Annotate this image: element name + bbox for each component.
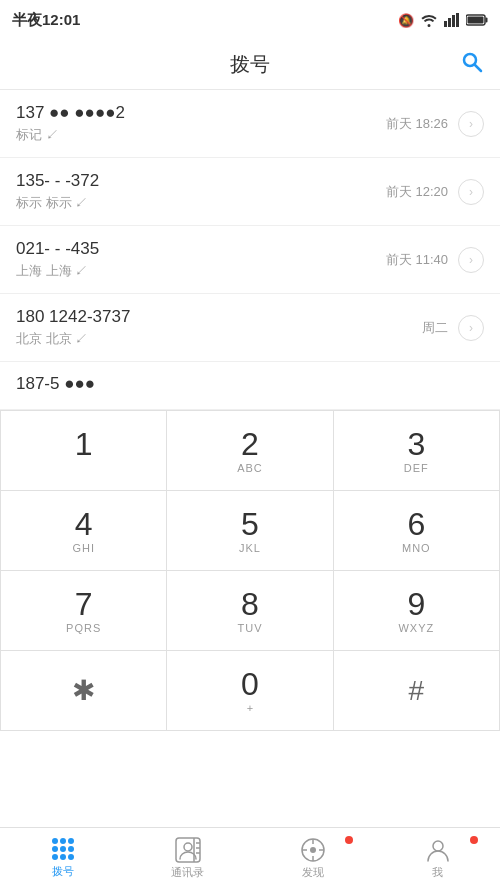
call-number: 180 1242-3737 [16, 307, 422, 327]
dialpad-key-9[interactable]: 9 WXYZ [334, 571, 500, 651]
call-item-partial[interactable]: 187-5 ●●● [0, 362, 500, 410]
mute-icon: 🔕 [398, 13, 414, 28]
svg-rect-3 [456, 13, 459, 27]
svg-rect-1 [448, 18, 451, 27]
nav-label-contacts: 通讯录 [171, 865, 204, 880]
dialpad-key-hash[interactable]: # [334, 651, 500, 731]
call-item[interactable]: 021- - -435 上海 上海 ↙ 前天 11:40 › [0, 226, 500, 294]
dialpad-key-3[interactable]: 3 DEF [334, 411, 500, 491]
nav-label-me: 我 [432, 865, 443, 880]
svg-point-21 [433, 841, 443, 851]
call-location: 北京 北京 ↙ [16, 330, 422, 348]
page-title: 拨号 [230, 51, 270, 78]
me-icon [425, 837, 451, 863]
call-item[interactable]: 180 1242-3737 北京 北京 ↙ 周二 › [0, 294, 500, 362]
call-list: 137 ●● ●●●●2 标记 ↙ 前天 18:26 › 135- - -372… [0, 90, 500, 410]
dialpad-key-8[interactable]: 8 TUV [167, 571, 333, 651]
me-badge [470, 836, 478, 844]
discover-badge [345, 836, 353, 844]
wifi-icon [420, 13, 438, 27]
svg-point-16 [310, 847, 316, 853]
dialpad-key-2[interactable]: 2 ABC [167, 411, 333, 491]
contacts-icon [175, 837, 201, 863]
call-detail-arrow[interactable]: › [458, 315, 484, 341]
bottom-nav: 拨号 通讯录 发现 我 [0, 827, 500, 889]
nav-label-discover: 发现 [302, 865, 324, 880]
call-number: 021- - -435 [16, 239, 386, 259]
call-detail-arrow[interactable]: › [458, 247, 484, 273]
call-time: 前天 11:40 [386, 251, 448, 269]
call-number: 137 ●● ●●●●2 [16, 103, 386, 123]
call-time: 周二 [422, 319, 448, 337]
svg-rect-2 [452, 15, 455, 27]
call-location: 标示 标示 ↙ [16, 194, 386, 212]
dialpad-key-0[interactable]: 0 + [167, 651, 333, 731]
call-item[interactable]: 135- - -372 标示 标示 ↙ 前天 12:20 › [0, 158, 500, 226]
call-detail-arrow[interactable]: › [458, 111, 484, 137]
dialpad-nav-icon [52, 838, 74, 860]
dialpad-key-4[interactable]: 4 GHI [1, 491, 167, 571]
svg-rect-5 [486, 18, 488, 23]
status-icons: 🔕 [398, 13, 488, 28]
call-number: 135- - -372 [16, 171, 386, 191]
nav-label-dialpad: 拨号 [52, 864, 74, 879]
dialpad-key-star[interactable]: ✱ [1, 651, 167, 731]
nav-item-contacts[interactable]: 通讯录 [125, 828, 250, 889]
nav-item-discover[interactable]: 发现 [250, 828, 375, 889]
call-detail-arrow[interactable]: › [458, 179, 484, 205]
dialpad-key-6[interactable]: 6 MNO [334, 491, 500, 571]
call-time: 前天 18:26 [386, 115, 448, 133]
status-bar: 半夜12:01 🔕 [0, 0, 500, 40]
signal-icon [444, 13, 460, 27]
svg-line-8 [475, 65, 481, 71]
status-time: 半夜12:01 [12, 11, 80, 30]
title-bar: 拨号 [0, 40, 500, 90]
dialpad-key-7[interactable]: 7 PQRS [1, 571, 167, 651]
svg-rect-0 [444, 21, 447, 27]
nav-item-dialpad[interactable]: 拨号 [0, 828, 125, 889]
call-number: 187-5 ●●● [16, 374, 95, 394]
svg-rect-6 [468, 17, 484, 24]
dialpad-grid: 1 2 ABC 3 DEF 4 GHI 5 JKL 6 MNO 7 PQRS [0, 411, 500, 731]
call-location: 标记 ↙ [16, 126, 386, 144]
discover-icon [300, 837, 326, 863]
dialpad-key-1[interactable]: 1 [1, 411, 167, 491]
call-item[interactable]: 137 ●● ●●●●2 标记 ↙ 前天 18:26 › [0, 90, 500, 158]
call-time: 前天 12:20 [386, 183, 448, 201]
nav-item-me[interactable]: 我 [375, 828, 500, 889]
call-location: 上海 上海 ↙ [16, 262, 386, 280]
dialpad: 1 2 ABC 3 DEF 4 GHI 5 JKL 6 MNO 7 PQRS [0, 410, 500, 731]
svg-point-10 [184, 843, 192, 851]
battery-icon [466, 14, 488, 26]
dialpad-key-5[interactable]: 5 JKL [167, 491, 333, 571]
search-button[interactable] [460, 50, 484, 80]
